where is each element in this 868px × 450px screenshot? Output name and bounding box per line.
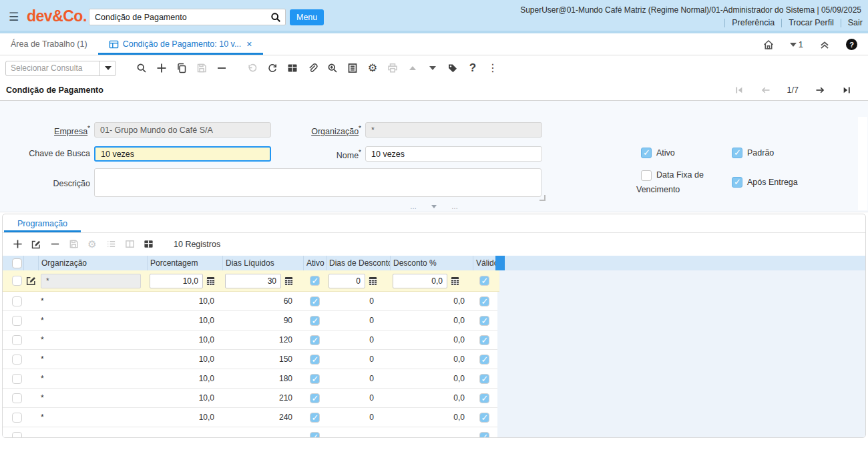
home-icon[interactable] (763, 39, 775, 51)
col-dias-desconto[interactable]: Dias de Desconto (326, 256, 390, 270)
cell-valido-checkbox[interactable] (479, 355, 489, 365)
form-scrollbar[interactable] (858, 117, 867, 210)
calculator-icon[interactable] (284, 276, 293, 286)
cell-valido-checkbox[interactable] (479, 335, 489, 345)
cell-valido-checkbox[interactable] (479, 316, 489, 326)
cell-valido-checkbox[interactable] (479, 296, 489, 306)
calculator-icon[interactable] (451, 276, 459, 286)
row-select-checkbox[interactable] (12, 296, 22, 306)
tab-payment-term[interactable]: Condição de Pagamento: 10 v... × (98, 33, 263, 55)
tab-workspace[interactable]: Área de Trabalho (1) (0, 33, 98, 55)
table-row[interactable]: * 10,0 90 0 0,0 (3, 311, 497, 330)
cell-ativo-checkbox[interactable] (310, 374, 320, 384)
col-dias-liquidos[interactable]: Dias Líquidos (222, 256, 303, 270)
customize-gear-icon[interactable]: ⚙ (367, 63, 378, 73)
ativo-checkbox[interactable] (641, 148, 652, 158)
help-icon[interactable]: ? (846, 39, 857, 50)
cell-ativo-checkbox[interactable] (310, 296, 320, 306)
table-edit-row[interactable]: * (3, 270, 499, 292)
data-fixa-checkbox[interactable] (641, 170, 652, 181)
row-select-checkbox[interactable] (12, 355, 22, 365)
col-organizacao[interactable]: Organização (38, 256, 147, 270)
row-select-checkbox[interactable] (12, 432, 22, 439)
last-record-icon[interactable] (841, 85, 852, 95)
detail-record-icon[interactable] (427, 63, 438, 73)
hamburger-menu-icon[interactable]: ☰ (9, 10, 19, 24)
cell-ativo-checkbox[interactable] (310, 335, 320, 345)
detail-grid-icon[interactable] (143, 239, 154, 250)
row-select-checkbox[interactable] (12, 374, 22, 384)
table-row[interactable]: * 10,0 240 0 0,0 (3, 408, 497, 427)
horizontal-scrollbar-thumb[interactable] (495, 256, 505, 270)
table-row[interactable]: * 10,0 210 0 0,0 (3, 389, 497, 408)
row-select-checkbox[interactable] (12, 335, 22, 345)
splitter-dots[interactable]: … (410, 203, 417, 210)
edit-desconto-input[interactable] (393, 274, 447, 288)
edit-valido-checkbox[interactable] (479, 276, 489, 286)
table-row[interactable]: * 10,0 60 0 0,0 (3, 292, 497, 311)
col-ativo[interactable]: Ativo (303, 256, 326, 270)
row-select-checkbox[interactable] (12, 413, 22, 423)
label-tag-icon[interactable] (447, 63, 458, 73)
col-valido[interactable]: Válido (473, 256, 495, 270)
cell-valido-checkbox[interactable] (479, 393, 489, 403)
next-record-icon[interactable] (815, 85, 825, 95)
cell-ativo-checkbox[interactable] (310, 413, 320, 423)
detail-delete-icon[interactable] (49, 239, 60, 250)
apos-entrega-checkbox[interactable] (732, 177, 742, 188)
detail-edit-icon[interactable] (31, 239, 41, 250)
menu-button[interactable]: Menu (290, 9, 324, 25)
logout-link[interactable]: Sair (848, 18, 863, 27)
row-edit-icon[interactable] (25, 275, 37, 286)
global-search-input[interactable] (89, 9, 266, 25)
grid-toggle-icon[interactable] (287, 63, 298, 73)
col-desconto[interactable]: Desconto % (390, 256, 473, 270)
edit-dias-desconto-input[interactable] (329, 274, 365, 288)
table-row[interactable] (3, 427, 497, 438)
panel-splitter[interactable]: … … (0, 203, 868, 210)
row-select-checkbox[interactable] (12, 393, 22, 403)
table-row[interactable]: * 10,0 120 0 0,0 (3, 330, 497, 350)
splitter-dots[interactable]: … (451, 203, 458, 210)
calculator-icon[interactable] (369, 276, 377, 286)
collapse-header-icon[interactable] (819, 39, 831, 51)
refresh-icon[interactable] (267, 63, 278, 73)
table-row[interactable]: * 10,0 150 0 0,0 (3, 350, 497, 369)
cell-ativo-checkbox[interactable] (310, 432, 320, 439)
select-all-checkbox[interactable] (12, 258, 22, 268)
close-tab-icon[interactable]: × (246, 39, 252, 49)
edit-dias-liquidos-input[interactable] (225, 274, 281, 288)
cell-ativo-checkbox[interactable] (310, 355, 320, 365)
chat-log-icon[interactable] (347, 63, 358, 73)
nome-input[interactable] (371, 150, 536, 159)
zoom-across-icon[interactable] (327, 63, 338, 73)
descricao-textarea[interactable] (94, 168, 541, 197)
col-porcentagem[interactable]: Porcentagem (147, 256, 222, 270)
row-select-checkbox[interactable] (12, 316, 22, 326)
find-icon[interactable] (136, 63, 147, 73)
attachment-icon[interactable] (307, 63, 318, 73)
padrao-checkbox[interactable] (732, 148, 742, 158)
help-icon[interactable]: ? (467, 63, 478, 73)
splitter-collapse-icon[interactable] (431, 205, 437, 208)
cell-valido-checkbox[interactable] (479, 374, 489, 384)
tab-programacao[interactable]: Programação (3, 214, 82, 232)
detail-new-icon[interactable] (12, 239, 23, 250)
preferences-link[interactable]: Preferência (732, 18, 775, 27)
edit-porcentagem-input[interactable] (150, 274, 203, 288)
desktop-selector[interactable]: 1 (790, 39, 803, 49)
new-record-icon[interactable] (156, 63, 167, 73)
cell-ativo-checkbox[interactable] (310, 393, 320, 403)
row-select-checkbox[interactable] (12, 276, 22, 286)
query-select[interactable]: Selecionar Consulta (5, 61, 116, 76)
search-icon[interactable] (266, 9, 285, 25)
chave-de-busca-input[interactable] (101, 150, 264, 159)
cell-ativo-checkbox[interactable] (310, 316, 320, 326)
copy-record-icon[interactable] (176, 63, 187, 73)
edit-ativo-checkbox[interactable] (310, 276, 320, 286)
table-row[interactable]: * 10,0 180 0 0,0 (3, 369, 497, 389)
switch-role-link[interactable]: Trocar Perfil (789, 18, 834, 27)
more-options-icon[interactable]: ⋮ (487, 63, 498, 73)
cell-valido-checkbox[interactable] (479, 432, 489, 439)
calculator-icon[interactable] (206, 276, 215, 286)
